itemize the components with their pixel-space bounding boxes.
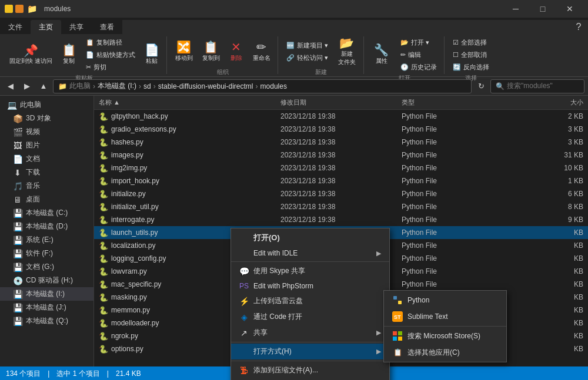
sidebar-item-disk-q[interactable]: 💾 本地磁盘 (Q:) xyxy=(0,314,93,328)
3d-icon: 📦 xyxy=(13,114,22,123)
new-folder-button[interactable]: 📂 新建文件夹 xyxy=(334,36,360,67)
svg-rect-6 xyxy=(393,337,397,341)
back-button[interactable]: ◀ xyxy=(4,79,18,93)
openwith-store[interactable]: 搜索 Microsoft Store(S) xyxy=(384,328,506,344)
select-all-button[interactable]: ☑ 全部选择 xyxy=(449,36,493,48)
rename-button[interactable]: ✏ 重命名 xyxy=(249,36,274,67)
open-button[interactable]: 📂 打开 ▾ xyxy=(397,36,440,48)
python-file-icon: 🐍 xyxy=(99,112,108,121)
cut-button[interactable]: ✂ 剪切 xyxy=(82,61,139,73)
address-path[interactable]: 📁 此电脑 › 本地磁盘 (I:) › sd › stable-diffusio… xyxy=(53,79,472,93)
table-row[interactable]: 🐍interrogate.py 2023/12/18 19:38 Python … xyxy=(94,213,588,226)
sidebar-item-downloads[interactable]: ⬇ 下载 xyxy=(0,166,93,179)
table-row[interactable]: 🐍import_hook.py 2023/12/18 19:38 Python … xyxy=(94,174,588,187)
edit-button[interactable]: ✏ 编辑 xyxy=(397,49,440,60)
sidebar-item-video[interactable]: 🎬 视频 xyxy=(0,125,93,139)
python-file-icon: 🐍 xyxy=(99,332,108,341)
sidebar-item-disk-d[interactable]: 💾 本地磁盘 (D:) xyxy=(0,220,93,233)
sidebar-item-disk-f[interactable]: 💾 软件 (F:) xyxy=(0,247,93,260)
table-row[interactable]: 🐍initialize_util.py 2023/12/18 19:38 Pyt… xyxy=(94,200,588,213)
sidebar-item-disk-e[interactable]: 💾 系统 (E:) xyxy=(0,233,93,247)
openwith-python[interactable]: Python xyxy=(384,292,506,308)
sidebar-item-music[interactable]: 🎵 音乐 xyxy=(0,179,93,193)
ctx-add-archive[interactable]: 🗜 添加到压缩文件(A)... xyxy=(231,362,389,378)
refresh-button[interactable]: ↻ xyxy=(474,79,488,93)
ctx-thunder[interactable]: ⚡ 上传到迅雷云盘 xyxy=(231,293,389,309)
sidebar-item-docs[interactable]: 📄 文档 xyxy=(0,152,93,166)
delete-button[interactable]: ✕ 删除 xyxy=(226,36,247,67)
openwith-sublime[interactable]: ST Sublime Text xyxy=(384,308,506,325)
forward-button[interactable]: ▶ xyxy=(20,79,34,93)
sidebar-item-disk-g[interactable]: 💾 文档 (G:) xyxy=(0,260,93,274)
python-file-icon: 🐍 xyxy=(99,228,108,237)
search-box[interactable]: 🔍 搜索"modules" xyxy=(490,79,584,93)
openwith-other[interactable]: 📋 选择其他应用(C) xyxy=(384,344,506,361)
ctx-open[interactable]: 打开(O) xyxy=(231,230,389,246)
tab-share[interactable]: 共享 xyxy=(61,20,92,34)
arrow-icon: ▶ xyxy=(376,250,381,257)
scissors-icon: ✂ xyxy=(86,63,91,71)
copy-button[interactable]: 📋 复制 xyxy=(58,39,80,70)
tab-view[interactable]: 查看 xyxy=(92,20,122,34)
python-file-icon: 🐍 xyxy=(99,241,108,250)
submenu-separator xyxy=(384,326,506,327)
tab-file[interactable]: 文件 xyxy=(0,20,31,34)
sidebar: 💻 此电脑 📦 3D 对象 🎬 视频 🖼 图片 📄 文档 ⬇ 下载 🎵 音乐 � xyxy=(0,96,94,366)
copyto-icon: 📋 xyxy=(203,41,218,53)
pin-to-quickaccess-button[interactable]: 📌 固定到快 速访问 xyxy=(6,39,56,70)
header-size[interactable]: 大小 xyxy=(523,98,583,107)
python-file-icon: 🐍 xyxy=(99,306,108,315)
ctx-share[interactable]: ↗ 共享 ▶ xyxy=(231,325,389,341)
tab-home[interactable]: 主页 xyxy=(31,20,61,34)
sidebar-item-disk-i[interactable]: 💾 本地磁盘 (I:) xyxy=(0,287,93,301)
python-file-icon: 🐍 xyxy=(99,319,108,328)
header-date[interactable]: 修改日期 xyxy=(280,98,402,107)
ctx-open-with[interactable]: 打开方式(H) ▶ xyxy=(231,344,389,359)
sidebar-item-disk-c[interactable]: 💾 本地磁盘 (C:) xyxy=(0,206,93,220)
easy-access-button[interactable]: 🔗 轻松访问 ▾ xyxy=(283,52,332,64)
table-row[interactable]: 🐍images.py 2023/12/18 19:38 Python File … xyxy=(94,149,588,162)
item-count: 134 个项目 xyxy=(6,369,41,379)
sidebar-item-images[interactable]: 🖼 图片 xyxy=(0,139,93,152)
minimize-button[interactable]: ─ xyxy=(502,0,529,18)
table-row[interactable]: 🐍gradio_extensons.py 2023/12/18 19:38 Py… xyxy=(94,123,588,136)
header-type[interactable]: 类型 xyxy=(402,98,523,107)
copy-to-button[interactable]: 📋 复制到 xyxy=(199,36,223,67)
ribbon-group-clipboard: 📌 固定到快 速访问 📋 复制 📋 复制路径 📄 粘贴快捷方式 xyxy=(2,36,167,74)
sidebar-item-disk-j[interactable]: 💾 本地磁盘 (J:) xyxy=(0,301,93,314)
selected-count: 选中 1 个项目 xyxy=(56,369,99,379)
python-file-icon: 🐍 xyxy=(99,164,108,173)
history-button[interactable]: 🕐 历史记录 xyxy=(397,61,440,73)
ctx-separator-1 xyxy=(231,261,389,262)
organize-label: 组织 xyxy=(217,68,229,76)
maximize-button[interactable]: □ xyxy=(529,0,556,18)
table-row[interactable]: 🐍img2img.py 2023/12/18 19:38 Python File… xyxy=(94,162,588,174)
python-icon xyxy=(392,295,403,305)
copy-path-button[interactable]: 📋 复制路径 xyxy=(82,36,139,48)
table-row[interactable]: 🐍initialize.py 2023/12/18 19:38 Python F… xyxy=(94,187,588,200)
table-row[interactable]: 🐍hashes.py 2023/12/18 19:38 Python File … xyxy=(94,136,588,149)
disk-d-icon: 💾 xyxy=(13,222,22,231)
sidebar-item-3d[interactable]: 📦 3D 对象 xyxy=(0,112,93,125)
new-item-button[interactable]: 🆕 新建项目 ▾ xyxy=(283,40,332,52)
paste-shortcut-button[interactable]: 📄 粘贴快捷方式 xyxy=(82,49,139,60)
ctx-phpstorm[interactable]: PS Edit with PhpStorm xyxy=(231,279,389,293)
ctx-vscode[interactable]: ◈ 通过 Code 打开 xyxy=(231,309,389,325)
sidebar-item-disk-h[interactable]: 💿 CD 驱动器 (H:) xyxy=(0,274,93,287)
header-name[interactable]: 名称 ▲ xyxy=(99,98,280,107)
python-file-icon: 🐍 xyxy=(99,177,108,186)
properties-button[interactable]: 🔧 属性 xyxy=(369,39,395,70)
sidebar-item-desktop[interactable]: 🖥 桌面 xyxy=(0,193,93,206)
up-button[interactable]: ▲ xyxy=(36,79,51,93)
window-title: modules xyxy=(44,5,71,13)
ctx-skype[interactable]: 💬 使用 Skype 共享 xyxy=(231,263,389,279)
help-button[interactable]: ? xyxy=(569,20,588,34)
paste-button[interactable]: 📄 粘贴 xyxy=(141,39,163,70)
invert-selection-button[interactable]: 🔄 反向选择 xyxy=(449,61,493,73)
sidebar-item-pc[interactable]: 💻 此电脑 xyxy=(0,98,93,112)
move-to-button[interactable]: 🔀 移动到 xyxy=(172,36,196,67)
deselect-all-button[interactable]: ☐ 全部取消 xyxy=(449,49,493,60)
table-row[interactable]: 🐍gitpython_hack.py 2023/12/18 19:38 Pyth… xyxy=(94,110,588,123)
close-button[interactable]: ✕ xyxy=(556,0,583,18)
ctx-edit-idle[interactable]: Edit with IDLE ▶ xyxy=(231,246,389,260)
